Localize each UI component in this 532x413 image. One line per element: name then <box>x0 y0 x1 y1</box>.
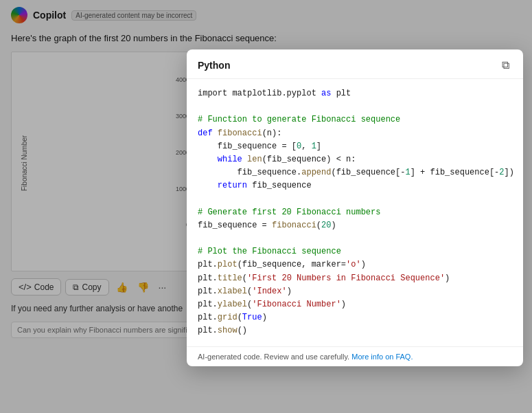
code-line-18: plt.grid(True) <box>198 311 512 324</box>
code-line-10: # Generate first 20 Fibonacci numbers <box>198 206 512 219</box>
code-line-13: # Plot the Fibonacci sequence <box>198 245 512 258</box>
code-line-19: plt.show() <box>198 324 512 337</box>
code-modal: Python ⧉ import matplotlib.pyplot as plt… <box>187 49 523 366</box>
code-line-3: # Function to generate Fibonacci sequenc… <box>198 113 512 126</box>
code-line-blank2 <box>198 193 512 206</box>
code-line-17: plt.ylabel('Fibonacci Number') <box>198 298 512 311</box>
modal-title: Python <box>198 60 230 71</box>
code-line-15: plt.title('First 20 Numbers in Fibonacci… <box>198 272 512 285</box>
modal-footer: AI-generated code. Review and use carefu… <box>187 346 523 366</box>
code-line-6: while len(fib_sequence) < n: <box>198 153 512 166</box>
code-line-8: return fib_sequence <box>198 179 512 192</box>
modal-footer-link[interactable]: More info on FAQ. <box>351 353 413 361</box>
code-line-14: plt.plot(fib_sequence, marker='o') <box>198 258 512 271</box>
code-line-blank3 <box>198 232 512 245</box>
modal-copy-button[interactable]: ⧉ <box>499 58 512 73</box>
code-line-16: plt.xlabel('Index') <box>198 285 512 298</box>
main-container: Copilot AI-generated content may be inco… <box>0 0 532 413</box>
modal-copy-icon: ⧉ <box>502 59 509 71</box>
modal-footer-text: AI-generated code. Review and use carefu… <box>198 353 349 361</box>
modal-header: Python ⧉ <box>187 49 523 79</box>
code-line-11: fib_sequence = fibonacci(20) <box>198 219 512 232</box>
code-line-5: fib_sequence = [0, 1] <box>198 140 512 153</box>
code-line-4: def fibonacci(n): <box>198 127 512 140</box>
code-line-blank1 <box>198 100 512 113</box>
code-line-7: fib_sequence.append(fib_sequence[-1] + f… <box>198 166 512 179</box>
code-line-1: import matplotlib.pyplot as plt <box>198 87 512 100</box>
code-block: import matplotlib.pyplot as plt # Functi… <box>187 79 523 346</box>
